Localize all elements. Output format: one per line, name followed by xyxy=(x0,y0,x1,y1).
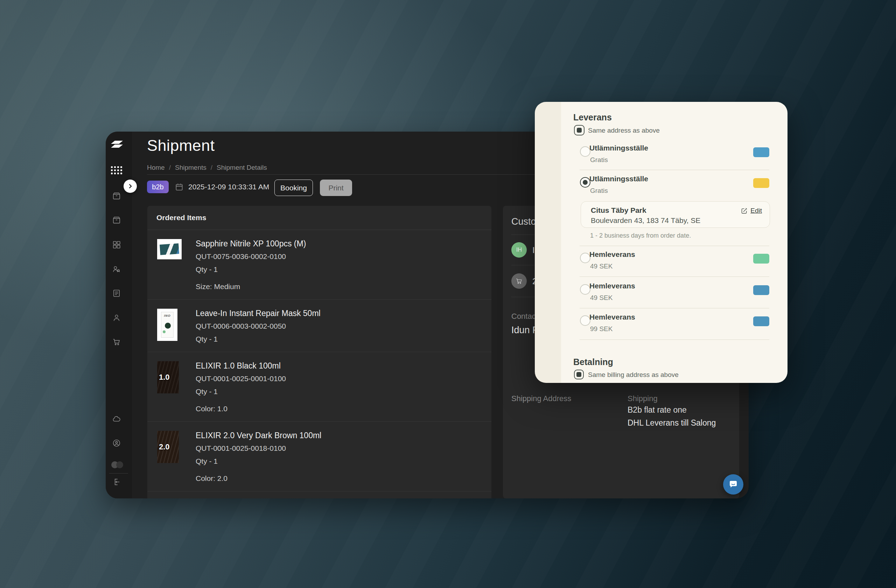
item-sku: QUT-0075-0036-0002-0100 xyxy=(196,252,306,261)
sidebar-divider xyxy=(109,473,128,474)
item-sku: QUT-0001-0025-0001-0100 xyxy=(196,375,286,383)
item-variant: Size: Medium xyxy=(196,282,306,291)
shipment-date: 2025-12-09 10:33:31 AM xyxy=(188,181,269,193)
pickup-point-name: Citus Täby Park xyxy=(591,206,646,215)
order-item-row[interactable]: INO Leave-In Instant Repair Mask 50ml QU… xyxy=(147,300,491,352)
breadcrumb-shipment-details: Shipment Details xyxy=(216,164,267,171)
cart-icon xyxy=(515,277,523,285)
shipping-label: Shipping xyxy=(628,394,658,403)
booking-button[interactable]: Booking xyxy=(274,180,313,196)
ordered-items-heading: Ordered Items xyxy=(147,206,491,230)
delivery-option-title[interactable]: Hemleverans xyxy=(590,313,635,321)
package-box-icon[interactable] xyxy=(111,191,122,201)
account-person-icon[interactable] xyxy=(111,312,122,323)
item-qty: Qty - 1 xyxy=(196,335,321,343)
delivery-option-title[interactable]: Hemleverans xyxy=(590,250,635,259)
item-qty: Qty - 1 xyxy=(196,265,306,274)
delivery-option-title[interactable]: Hemleverans xyxy=(590,282,635,290)
pickup-point-address: Boulevarden 43, 183 74 Täby, SE xyxy=(591,216,700,225)
same-address-label: Same address as above xyxy=(588,127,660,134)
delivery-option-radio-3[interactable] xyxy=(580,253,590,263)
edit-pickup-link[interactable]: Edit xyxy=(741,207,762,215)
app-logo xyxy=(110,139,124,153)
page-title: Shipment xyxy=(147,137,215,155)
breadcrumb-home[interactable]: Home xyxy=(147,164,165,171)
chevron-right-icon xyxy=(127,183,133,189)
same-address-checkbox[interactable] xyxy=(574,125,585,136)
dashboard-grid-icon[interactable] xyxy=(111,239,122,250)
order-item-row[interactable]: Sapphire Nitrile XP 100pcs (M) QUT-0075-… xyxy=(147,230,491,300)
checkbox-check xyxy=(576,372,581,377)
sidebar-expand-button[interactable] xyxy=(123,180,137,193)
delivery-overlay-panel: Leverans Same address as above Utlämning… xyxy=(535,102,788,383)
carrier-logo-swatch xyxy=(753,285,769,295)
product-image-gloves xyxy=(157,239,182,259)
same-billing-label: Same billing address as above xyxy=(588,371,679,379)
delivery-option-price: 99 SEK xyxy=(590,325,613,333)
customer-avatar: IH xyxy=(511,242,527,257)
item-variant: Color: 2.0 xyxy=(196,474,321,483)
breadcrumb-shipments[interactable]: Shipments xyxy=(175,164,207,171)
contact-name: Idun F xyxy=(511,325,538,336)
cloud-icon[interactable] xyxy=(111,414,122,424)
item-title: Leave-In Instant Repair Mask 50ml xyxy=(196,309,321,318)
delivery-option-radio-5[interactable] xyxy=(580,315,590,326)
delivery-option-price: Gratis xyxy=(590,156,608,164)
pickup-address-card: Citus Täby Park Boulevarden 43, 183 74 T… xyxy=(581,201,770,228)
delivery-option-radio-1[interactable] xyxy=(580,146,590,157)
delivery-option-price: Gratis xyxy=(590,187,608,195)
checkbox-check xyxy=(577,128,582,133)
product-image-elixir-2: 2.0 xyxy=(157,431,179,463)
item-qty: Qty - 1 xyxy=(196,457,321,466)
product-image-elixir-1: 1.0 xyxy=(157,361,179,393)
carrier-logo-swatch xyxy=(753,254,769,264)
item-title: Sapphire Nitrile XP 100pcs (M) xyxy=(196,239,306,248)
delivery-heading: Leverans xyxy=(573,112,612,122)
orders-avatar xyxy=(511,273,527,289)
carrier-logo-swatch xyxy=(753,317,769,326)
item-sku: QUT-0001-0025-0018-0100 xyxy=(196,444,321,452)
shipping-method-1: B2b flat rate one xyxy=(628,405,687,415)
delivery-option-price: 49 SEK xyxy=(590,262,613,270)
contact-label: Contact xyxy=(511,312,538,321)
delivery-option-radio-2[interactable] xyxy=(580,177,590,187)
carrier-logo-swatch xyxy=(753,147,769,157)
item-variant: Color: 1.0 xyxy=(196,405,286,413)
profile-circle-icon[interactable] xyxy=(111,438,122,448)
theme-toggle[interactable] xyxy=(111,460,122,470)
calendar-icon xyxy=(175,182,184,192)
item-qty: Qty - 1 xyxy=(196,387,286,396)
delivery-note: 1 - 2 business days from order date. xyxy=(590,232,691,239)
carrier-logo-swatch xyxy=(753,178,769,188)
chat-bubble-icon xyxy=(728,479,739,490)
delivery-option-title[interactable]: Utlämningsställe xyxy=(590,144,648,152)
breadcrumb: Home/Shipments/Shipment Details xyxy=(147,164,267,172)
order-item-row[interactable]: 2.0 ELIXIR 2.0 Very Dark Brown 100ml QUT… xyxy=(147,422,491,491)
chat-launcher-button[interactable] xyxy=(723,474,744,495)
item-sku: QUT-0006-0003-0002-0050 xyxy=(196,322,321,331)
same-billing-checkbox[interactable] xyxy=(574,370,584,379)
cart-icon[interactable] xyxy=(111,337,122,347)
shipping-method-2: DHL Leverans till Salong xyxy=(628,418,716,428)
apps-grid-dots-icon[interactable] xyxy=(111,165,122,175)
order-item-row[interactable]: 1.0 ELIXIR 1.0 Black 100ml QUT-0001-0025… xyxy=(147,352,491,422)
shipping-address-label: Shipping Address xyxy=(511,394,571,403)
print-button[interactable]: Print xyxy=(320,180,352,196)
orders-document-icon[interactable] xyxy=(111,288,122,299)
dots-grid xyxy=(111,166,122,174)
logout-icon[interactable] xyxy=(111,477,122,487)
toggle-knobs xyxy=(111,461,122,468)
delivery-option-radio-4[interactable] xyxy=(580,284,590,295)
product-image-mask: INO xyxy=(157,309,177,341)
pencil-edit-icon xyxy=(741,207,748,215)
delivery-option-title[interactable]: Utlämningsställe xyxy=(590,175,648,183)
item-title: ELIXIR 1.0 Black 100ml xyxy=(196,361,286,371)
channel-badge: b2b xyxy=(147,181,169,193)
customer-name-fragment: I xyxy=(532,245,535,255)
ordered-items-panel: Ordered Items Sapphire Nitrile XP 100pcs… xyxy=(147,206,491,498)
item-title: ELIXIR 2.0 Very Dark Brown 100ml xyxy=(196,431,321,440)
order-item-row[interactable]: 3.0 ELIXIR 3.0 Dark Brown 100ml QUT-0001… xyxy=(147,491,491,498)
customers-users-icon[interactable] xyxy=(111,264,122,274)
package-box-2-icon[interactable] xyxy=(111,215,122,225)
delivery-option-price: 49 SEK xyxy=(590,294,613,302)
